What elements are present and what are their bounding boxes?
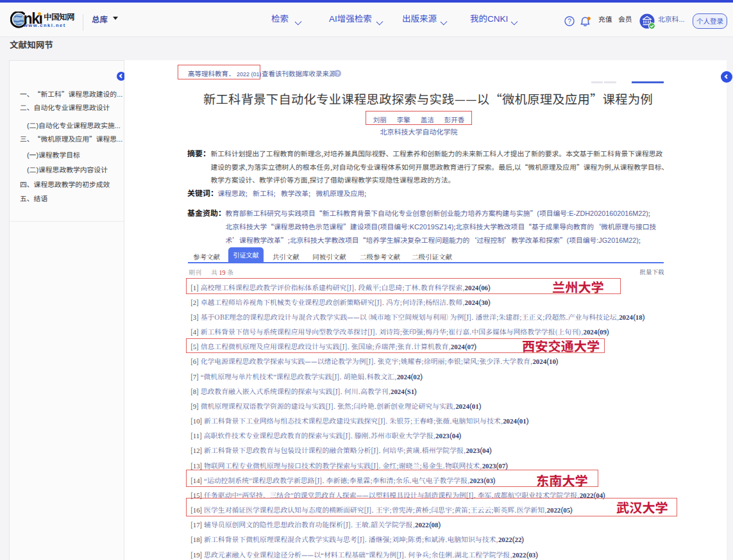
svg-text:?: ? xyxy=(568,18,571,25)
